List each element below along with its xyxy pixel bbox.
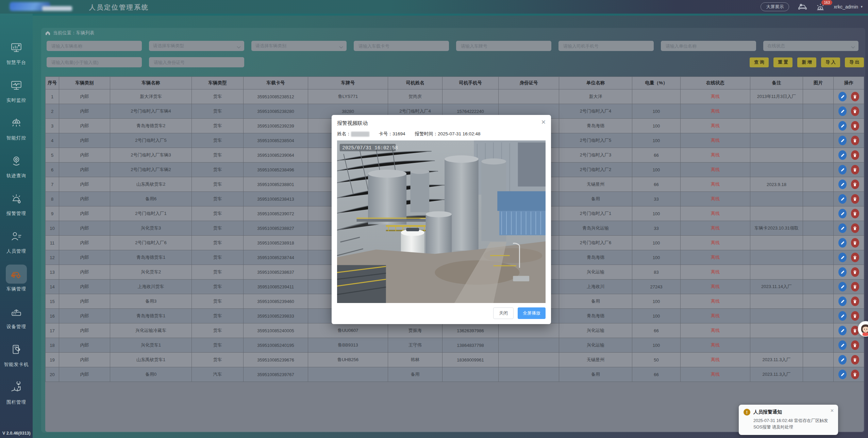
platform-monitor-icon xyxy=(6,38,27,57)
delete-button[interactable] xyxy=(851,267,859,277)
column-header: 备注 xyxy=(750,77,803,89)
delete-button[interactable] xyxy=(851,297,859,306)
vehicle-name-input[interactable] xyxy=(47,41,142,51)
delete-button[interactable] xyxy=(851,238,859,248)
table-row: 18内部兴化货车1货车359510085240195鲁BB9313王守伟1386… xyxy=(46,338,864,353)
toast-close-icon[interactable]: ✕ xyxy=(830,408,834,413)
delete-button[interactable] xyxy=(851,223,859,233)
delete-button[interactable] xyxy=(851,253,859,262)
delete-button[interactable] xyxy=(851,150,859,160)
close-icon[interactable]: ✕ xyxy=(541,119,546,125)
edit-button[interactable] xyxy=(838,253,847,262)
edit-button[interactable] xyxy=(838,106,847,116)
table-row: 20内部备用0汽车359510085239767备用备用66离线2023.11.… xyxy=(46,367,864,382)
breadcrumb-text: 当前位置：车辆列表 xyxy=(53,30,95,36)
breadcrumb: 当前位置：车辆列表 xyxy=(45,30,95,36)
delete-button[interactable] xyxy=(851,194,859,204)
device-manage-icon xyxy=(6,302,27,321)
driver-phone-input[interactable] xyxy=(558,41,654,51)
delete-button[interactable] xyxy=(851,106,859,116)
edit-button[interactable] xyxy=(838,370,847,379)
video-timestamp: 2025/07/31 16:02:58 xyxy=(342,145,398,151)
column-header: 车辆类别 xyxy=(59,77,110,89)
vehicle-category-select[interactable]: 请选择车辆类别 xyxy=(251,41,347,51)
username: xrkc_admin xyxy=(834,4,858,10)
company-name-input[interactable] xyxy=(661,41,756,51)
edit-button[interactable] xyxy=(838,355,847,365)
delete-button[interactable] xyxy=(851,209,859,218)
online-status-select[interactable]: 在线状态 xyxy=(763,41,858,51)
add-button[interactable]: 新 增 xyxy=(797,57,816,67)
company-logo xyxy=(10,1,73,12)
delete-button[interactable] xyxy=(851,340,859,350)
delete-button[interactable] xyxy=(851,282,859,291)
edit-button[interactable] xyxy=(838,136,847,145)
battery-input[interactable] xyxy=(47,57,142,67)
sidebar-item-track-query[interactable]: 轨迹查询 xyxy=(6,151,27,179)
edit-button[interactable] xyxy=(838,194,847,204)
delete-button[interactable] xyxy=(851,370,859,379)
sidebar-item-fence-manage[interactable]: 围栏管理 xyxy=(6,378,27,405)
sidebar-item-smart-platform[interactable]: 智慧平台 xyxy=(6,38,27,66)
delete-button[interactable] xyxy=(851,311,859,321)
sidebar-item-label: 智能发卡机 xyxy=(4,361,29,368)
table-row: 19内部山东禹钦货车1货车359510085239676鲁UHB256韩林183… xyxy=(46,353,864,367)
column-header: 电量（%） xyxy=(632,77,681,89)
delete-button[interactable] xyxy=(851,121,859,131)
filter-row-2: 查 询 重 置 新 增 导 入 导 出 xyxy=(47,57,864,67)
edit-button[interactable] xyxy=(838,340,847,350)
edit-button[interactable] xyxy=(838,223,847,233)
edit-button[interactable] xyxy=(838,311,847,321)
sidebar-item-alarm-manage[interactable]: 报警管理 xyxy=(6,189,27,217)
column-header: 司机姓名 xyxy=(388,77,443,89)
edit-button[interactable] xyxy=(838,297,847,306)
vehicle-monitor-icon[interactable] xyxy=(798,3,807,11)
alarm-notification-toast: ! 人员报警通知 ✕ 2025-07-31 16:02:48 雷佰存在厂区触发 … xyxy=(739,405,838,435)
vehicle-type-select[interactable]: 请选择车辆类型 xyxy=(149,41,244,51)
delete-button[interactable] xyxy=(851,136,859,145)
reset-button[interactable]: 重 置 xyxy=(773,57,792,67)
alarm-bell-icon[interactable]: 163 xyxy=(816,3,825,11)
edit-button[interactable] xyxy=(838,121,847,131)
alarm-time-field: 报警时间：2025-07-31 16:02:48 xyxy=(415,131,481,137)
dialog-close-button[interactable]: 关闭 xyxy=(493,307,514,319)
edit-button[interactable] xyxy=(838,180,847,189)
id-card-input[interactable] xyxy=(149,57,244,67)
sidebar-item-device-manage[interactable]: 设备管理 xyxy=(6,302,27,330)
sidebar-item-realtime-monitor[interactable]: 实时监控 xyxy=(6,76,27,103)
edit-button[interactable] xyxy=(838,165,847,174)
vehicle-card-input[interactable] xyxy=(354,41,449,51)
sidebar-item-person-manage[interactable]: 人员管理 xyxy=(6,227,27,254)
edit-button[interactable] xyxy=(838,267,847,277)
sidebar-item-label: 实时监控 xyxy=(6,97,26,103)
import-button[interactable]: 导 入 xyxy=(821,57,840,67)
top-header: 人员定位管理系统 大屏展示 163 xrkc_admin ▼ xyxy=(0,0,868,14)
edit-button[interactable] xyxy=(838,238,847,248)
fullscreen-play-button[interactable]: 全屏播放 xyxy=(518,307,546,319)
person-manage-icon xyxy=(6,227,27,246)
alarm-manage-icon xyxy=(6,189,27,208)
big-screen-button[interactable]: 大屏展示 xyxy=(761,2,789,11)
edit-button[interactable] xyxy=(838,150,847,160)
delete-button[interactable] xyxy=(851,355,859,365)
query-button[interactable]: 查 询 xyxy=(750,57,769,67)
sidebar-item-card-dispenser[interactable]: 智能发卡机 xyxy=(4,340,29,368)
export-button[interactable]: 导 出 xyxy=(845,57,864,67)
cctv-video-frame[interactable]: 2025/07/31 16:02:58 xyxy=(337,140,546,303)
column-header: 在线状态 xyxy=(681,77,750,89)
chevron-down-icon: ▼ xyxy=(860,5,863,9)
sidebar-item-smart-light[interactable]: 智能灯控 xyxy=(6,114,27,141)
sidebar-item-label: 智慧平台 xyxy=(6,60,26,66)
edit-button[interactable] xyxy=(838,92,847,101)
column-header: 单位名称 xyxy=(559,77,632,89)
sidebar-item-vehicle-manage[interactable]: 车辆管理 xyxy=(6,265,27,292)
edit-button[interactable] xyxy=(838,282,847,291)
plate-number-input[interactable] xyxy=(456,41,551,51)
delete-button[interactable] xyxy=(851,92,859,101)
delete-button[interactable] xyxy=(851,165,859,174)
edit-button[interactable] xyxy=(838,326,847,335)
delete-button[interactable] xyxy=(851,180,859,189)
edit-button[interactable] xyxy=(838,209,847,218)
user-menu[interactable]: xrkc_admin ▼ xyxy=(834,4,863,10)
card-dispenser-icon xyxy=(6,340,27,359)
